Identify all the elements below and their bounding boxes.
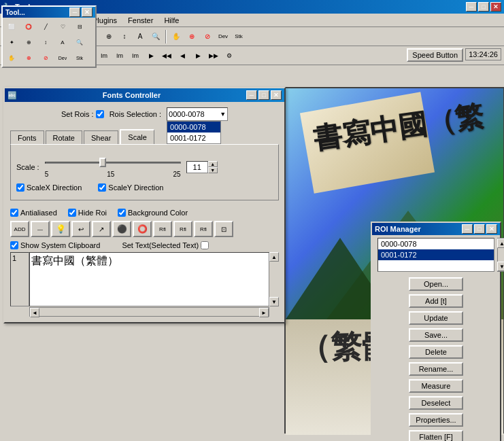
spin-down[interactable]: ▼ [208,167,218,173]
roi-flatten-button[interactable]: Flatten [F] [409,430,463,441]
icon-btn-back[interactable]: ↩ [71,221,90,237]
img-tool-10[interactable]: ▶ [144,48,158,63]
dropdown-option-1[interactable]: 0000-0078 [167,122,220,133]
img-tool-12[interactable]: ◀ [175,48,190,63]
inner-tool-4[interactable]: ♡ [55,19,70,34]
scale-input[interactable] [186,161,208,173]
roi-properties-button[interactable]: Properties... [409,413,463,427]
icon-btn-bulb[interactable]: 💡 [51,221,70,237]
tool-btn-7[interactable]: ⊕ [101,29,116,44]
icon-btn-minus[interactable]: — [31,221,50,237]
tab-shear[interactable]: Shear [84,130,118,144]
tool-btn-11[interactable]: ✋ [169,29,184,44]
tool-window-close[interactable]: ✕ [82,7,93,17]
tab-scale[interactable]: Scale [120,129,154,144]
roi-scroll-down[interactable]: ▼ [497,262,504,271]
icon-btn-dot[interactable]: ⚫ [112,221,131,237]
img-tool-13[interactable]: ▶ [190,48,205,63]
inner-tool-9[interactable]: A [55,35,70,50]
h-scrollbar[interactable]: ◄ ► [29,307,269,317]
fonts-maximize[interactable]: □ [258,90,269,100]
img-tool-11[interactable]: ◀◀ [159,48,174,63]
roi-list[interactable]: 0000-0078 0001-0172 [377,238,494,272]
roi-item-2[interactable]: 0001-0172 [378,249,494,260]
hide-roi-checkbox[interactable] [68,209,76,217]
tool-btn-stk[interactable]: Stk [231,29,246,44]
inner-tool-13[interactable]: ⊘ [38,50,53,65]
inner-tool-8[interactable]: ↕ [38,35,53,50]
roi-measure-button[interactable]: Measure [409,379,463,393]
tool-btn-8[interactable]: ↕ [117,29,132,44]
tab-fonts[interactable]: Fonts [10,130,44,144]
dropdown-option-2[interactable]: 0001-0172 [167,133,220,143]
roi-minimize-button[interactable]: ─ [462,224,473,234]
img-tool-14[interactable]: ▶▶ [206,48,221,63]
antialiased-checkbox[interactable] [10,209,18,217]
rois-dropdown-list[interactable]: 0000-0078 0001-0172 [167,121,221,144]
img-tool-15[interactable]: ⚙ [222,48,237,63]
h-scroll-left[interactable]: ◄ [30,308,39,317]
roi-add-button[interactable]: Add [t] [409,294,463,308]
icon-btn-arrow[interactable]: ↗ [92,221,111,237]
h-scroll-right[interactable]: ► [259,308,269,317]
set-text-checkbox[interactable] [201,241,209,249]
inner-tool-12[interactable]: ⊕ [21,50,36,65]
scale-slider[interactable] [45,156,181,169]
icon-btn-add[interactable]: ADD [10,221,29,237]
inner-tool-2[interactable]: ⭕ [21,19,36,34]
scaley-checkbox[interactable] [98,183,106,192]
bg-color-checkbox[interactable] [118,209,126,217]
spin-up[interactable]: ▲ [208,161,218,167]
fonts-minimize[interactable]: ─ [246,90,257,100]
tool-btn-12[interactable]: ⊕ [184,29,199,44]
img-tool-9[interactable]: Im [128,48,143,63]
img-tool-7[interactable]: Im [97,48,112,63]
inner-tool-10[interactable]: 🔍 [72,35,87,50]
roi-maximize-button[interactable]: □ [474,224,485,234]
inner-tool-7[interactable]: ⊕ [21,35,36,50]
icon-btn-r2[interactable]: Rfl [173,221,192,237]
roi-delete-button[interactable]: Delete [409,345,463,359]
roi-deselect-button[interactable]: Deselect [409,396,463,410]
inner-tool-6[interactable]: ✦ [4,35,19,50]
menu-fenster[interactable]: Fenster [125,15,156,26]
roi-update-button[interactable]: Update [409,311,463,325]
inner-tool-stk[interactable]: Stk [72,50,87,65]
slider-thumb[interactable] [99,158,106,167]
icon-btn-circle[interactable]: ⭕ [133,221,152,237]
fonts-close[interactable]: ✕ [271,90,282,100]
text-scroll-down[interactable]: ▼ [269,297,279,306]
inner-tool-1[interactable]: ⬜ [4,19,19,34]
icon-btn-r3[interactable]: Rfl [194,221,213,237]
inner-tool-3[interactable]: ╱ [38,19,53,34]
show-clipboard-checkbox[interactable] [10,241,18,249]
minimize-button[interactable]: ─ [466,2,477,12]
inner-tool-5[interactable]: ⊟ [72,19,87,34]
text-scroll-up[interactable]: ▲ [269,252,279,262]
roi-save-button[interactable]: Save... [409,328,463,342]
roi-open-button[interactable]: Open... [409,277,463,291]
roi-scrollbar[interactable]: ▲ ▼ [497,238,504,272]
tool-btn-13[interactable]: ⊘ [200,29,215,44]
icon-btn-end[interactable]: ⊡ [214,221,233,237]
close-button[interactable]: ✕ [490,2,501,12]
roi-close-button[interactable]: ✕ [486,224,497,234]
roi-rename-button[interactable]: Rename... [409,362,463,376]
speed-button[interactable]: Speed Button [407,48,463,62]
roi-item-1[interactable]: 0000-0078 [378,239,494,249]
menu-hilfe[interactable]: Hilfe [161,15,182,26]
tool-window-minimize[interactable]: ─ [69,7,80,17]
tool-btn-9[interactable]: A [133,29,148,44]
maximize-button[interactable]: □ [478,2,489,12]
icon-btn-r1[interactable]: Rfl [153,221,172,237]
inner-tool-dev[interactable]: Dev [55,50,70,65]
img-tool-8[interactable]: Im [112,48,127,63]
text-content[interactable]: 書寫中國（繁體） [29,252,269,306]
scalex-checkbox[interactable] [16,183,24,192]
tool-btn-10[interactable]: 🔍 [148,29,163,44]
set-rois-checkbox[interactable] [96,110,104,118]
inner-tool-11[interactable]: ✋ [4,50,19,65]
rois-dropdown[interactable]: 0000-0078 ▼ [167,107,228,121]
roi-scroll-up[interactable]: ▲ [497,239,504,248]
tool-btn-dev[interactable]: Dev [216,29,231,44]
